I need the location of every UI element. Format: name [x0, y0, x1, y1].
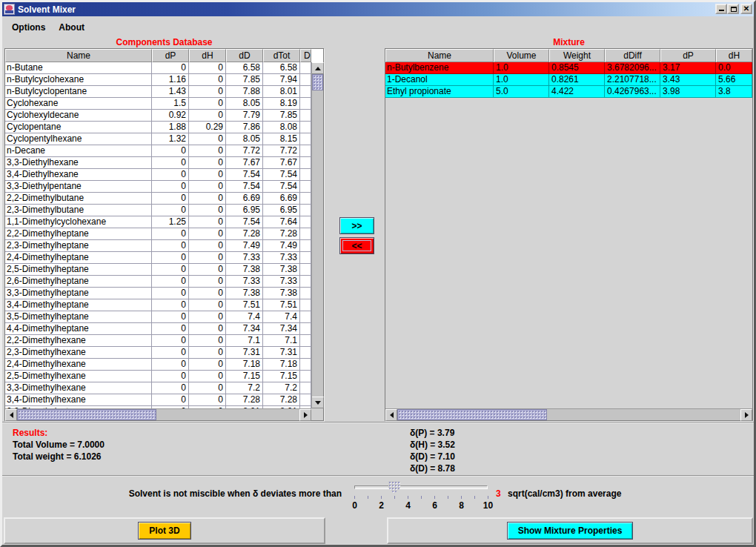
close-button[interactable]: ✕	[740, 4, 752, 14]
menu-options[interactable]: Options	[5, 20, 52, 35]
plot-3d-button[interactable]: Plot 3D	[138, 522, 190, 540]
slider-thumb[interactable]	[388, 481, 400, 494]
table-row[interactable]: 2,3-Dimethylbutane 0 0 6.95 6.95	[5, 205, 311, 216]
table-row[interactable]: 3,4-Diethylhexane 0 0 7.54 7.54	[5, 169, 311, 181]
table-row[interactable]: 3,5-Dimethylheptane 0 0 7.4 7.4	[5, 311, 311, 323]
column-header[interactable]: dP	[660, 49, 716, 62]
slider-tick	[368, 496, 368, 499]
table-row[interactable]: n-Butane 0 0 6.58 6.58	[5, 62, 311, 74]
dp-cell: 0	[152, 145, 189, 157]
table-row[interactable]: 2,2-Dimethylhexane 0 0 7.1 7.1	[5, 335, 311, 347]
app-icon	[4, 4, 15, 15]
horizontal-scrollbar[interactable]	[385, 408, 752, 420]
dp-cell: 0	[152, 240, 189, 252]
slider-tick	[474, 496, 475, 499]
column-header[interactable]: dH	[189, 49, 226, 62]
table-row[interactable]: 2,5-Dimethylheptane 0 0 7.38 7.38	[5, 264, 311, 276]
table-row[interactable]: n-Butylbenzene 1.0 0.8545 3.6782096... 3…	[385, 62, 752, 74]
dtot-cell: 7.94	[263, 74, 300, 86]
menu-about[interactable]: About	[52, 20, 91, 35]
scroll-right-button[interactable]	[740, 409, 752, 421]
column-header[interactable]: dDiff	[605, 49, 660, 62]
scroll-up-button[interactable]	[312, 62, 324, 74]
table-row[interactable]: 3,4-Dimethylheptane 0 0 7.51 7.51	[5, 299, 311, 311]
dtot-cell: 8.15	[263, 133, 300, 145]
table-row[interactable]: n-Butylcyclopentane 1.43 0 7.88 8.01	[5, 86, 311, 98]
tick-label: 0	[347, 500, 362, 511]
table-row[interactable]: n-Butylcyclohexane 1.16 0 7.85 7.94	[5, 74, 311, 86]
table-row[interactable]: Ethyl propionate 5.0 4.422 0.4267963... …	[385, 86, 752, 98]
table-row[interactable]: 2,4-Dimethylheptane 0 0 7.33 7.33	[5, 252, 311, 264]
dd-cell: 7.51	[226, 299, 263, 311]
table-row[interactable]: 2,2-Dimethylbutane 0 0 6.69 6.69	[5, 193, 311, 205]
table-row[interactable]: Cyclopentane 1.88 0.29 7.86 8.08	[5, 122, 311, 133]
table-row[interactable]: 2,2-Dimethylheptane 0 0 7.28 7.28	[5, 228, 311, 240]
component-name-cell: 3,5-Dimethylheptane	[5, 311, 152, 323]
column-header[interactable]: dP	[152, 49, 189, 62]
remove-from-mixture-button[interactable]: <<	[339, 237, 374, 254]
dp-cell: 3.98	[660, 86, 716, 98]
table-row[interactable]: 2,5-Dimethylhexane 0 0 7.15 7.15	[5, 371, 311, 382]
scroll-left-button[interactable]	[5, 409, 17, 421]
dp-cell: 0	[152, 371, 189, 382]
column-header[interactable]: dD	[226, 49, 263, 62]
dtot-cell: 8.01	[263, 86, 300, 98]
solvent-mixer-window: Solvent Mixer ✕ Options About Components…	[0, 0, 756, 547]
maximize-button[interactable]	[727, 4, 739, 14]
component-name-cell: 2,4-Dimethylhexane	[5, 359, 152, 371]
table-row[interactable]: 1-Decanol 1.0 0.8261 2.2107718... 3.43 5…	[385, 74, 752, 86]
dp-cell: 0	[152, 288, 189, 299]
table-row[interactable]: 1,1-Dimethylcyclohexane 1.25 0 7.54 7.64	[5, 216, 311, 228]
add-to-mixture-button[interactable]: >>	[339, 217, 374, 234]
table-row[interactable]: 4,4-Dimethylheptane 0 0 7.34 7.34	[5, 323, 311, 335]
horizontal-scroll-thumb[interactable]	[17, 409, 156, 420]
component-name-cell: 3,3-Diethylhexane	[5, 157, 152, 169]
column-header[interactable]: Name	[385, 49, 494, 62]
table-row[interactable]: 3,3-Dimethylheptane 0 0 7.38 7.38	[5, 288, 311, 299]
table-row[interactable]: 3,3-Dimethylhexane 0 0 7.2 7.2	[5, 382, 311, 394]
show-mixture-properties-button[interactable]: Show Mixture Properties	[507, 522, 634, 540]
weight-cell: 4.422	[549, 86, 605, 98]
mixture-table-header: NameVolumeWeightdDiffdPdH	[385, 49, 752, 62]
column-header[interactable]: Weight	[549, 49, 605, 62]
scroll-down-button[interactable]	[312, 397, 324, 408]
titlebar[interactable]: Solvent Mixer ✕	[2, 2, 754, 16]
table-row[interactable]: Cyclohexane 1.5 0 8.05 8.19	[5, 98, 311, 110]
horizontal-scrollbar[interactable]	[5, 408, 311, 420]
column-header[interactable]: Name	[5, 49, 152, 62]
table-row[interactable]: 2,3-Dimethylhexane 0 0 7.31 7.31	[5, 347, 311, 359]
slider-track[interactable]	[354, 485, 488, 489]
column-header[interactable]: Volume	[494, 49, 549, 62]
column-header[interactable]: D	[300, 49, 311, 62]
minimize-button[interactable]	[715, 4, 727, 14]
dd-cell: 6.58	[226, 62, 263, 74]
vertical-scroll-thumb[interactable]	[312, 74, 323, 90]
dd-cell: 7.33	[226, 252, 263, 264]
table-row[interactable]: Cyclohexyldecane 0.92 0 7.79 7.85	[5, 110, 311, 122]
table-row[interactable]: 2,4-Dimethylhexane 0 0 7.18 7.18	[5, 359, 311, 371]
column-header[interactable]: dTot	[263, 49, 300, 62]
dh-cell: 0	[189, 86, 226, 98]
horizontal-scroll-thumb[interactable]	[397, 409, 547, 420]
miscibility-slider[interactable]: 0 2 4	[348, 478, 494, 515]
dh-cell: 0	[189, 205, 226, 216]
table-row[interactable]: 3,3-Diethylhexane 0 0 7.67 7.67	[5, 157, 311, 169]
column-header[interactable]: dH	[716, 49, 752, 62]
table-row[interactable]: 2,6-Dimethylheptane 0 0 7.33 7.33	[5, 276, 311, 288]
table-row[interactable]: 2,3-Dimethylheptane 0 0 7.49 7.49	[5, 240, 311, 252]
tick-mark	[408, 496, 408, 499]
dtot-cell: 7.15	[263, 371, 300, 382]
dtot-cell: 7.33	[263, 252, 300, 264]
tick-mark	[434, 496, 435, 499]
table-row[interactable]: 3,3-Diethylpentane 0 0 7.54 7.54	[5, 181, 311, 193]
scroll-left-button[interactable]	[385, 409, 397, 421]
table-row[interactable]: n-Decane 0 0 7.72 7.72	[5, 145, 311, 157]
dd-cell: 7.33	[226, 276, 263, 288]
dp-cell: 0	[152, 394, 189, 406]
d-cell	[300, 252, 311, 264]
table-row[interactable]: 3,4-Dimethylhexane 0 0 7.28 7.28	[5, 394, 311, 406]
scroll-right-button[interactable]	[299, 409, 311, 421]
vertical-scrollbar[interactable]	[311, 62, 323, 408]
dtot-cell: 8.19	[263, 98, 300, 110]
table-row[interactable]: Cyclopentylhexane 1.32 0 8.05 8.15	[5, 133, 311, 145]
